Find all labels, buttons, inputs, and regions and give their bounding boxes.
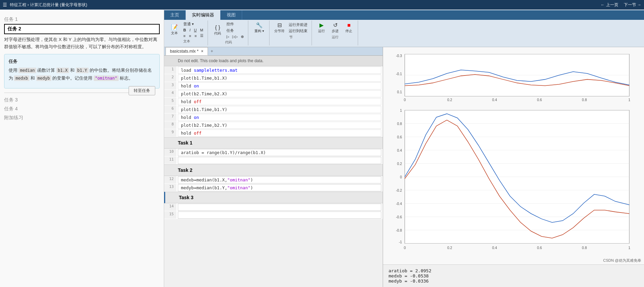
- line-content-13[interactable]: medyb=median(b1.Y,"omitnan"): [178, 184, 381, 191]
- top-bar: ☰ 特征工程 › 计算汇总统计量 (量化字母形状) ← 上一页 下一节 →: [0, 0, 644, 10]
- line-num-14: 14: [164, 203, 176, 211]
- line-num-13: 13: [164, 184, 176, 191]
- code-line-2: 2 plot(b1.Time,b1.X): [164, 74, 383, 82]
- code-line-4: 4 plot(b2.Time,b2.X): [164, 90, 383, 98]
- task1-label: 任务 1: [4, 16, 160, 23]
- line-content-9[interactable]: hold off: [178, 129, 381, 137]
- section-divider: [4, 93, 129, 93]
- prev-page-btn[interactable]: ← 上一页: [601, 2, 618, 8]
- task-btn[interactable]: 任务: [225, 28, 245, 33]
- intro-code-lines: 1 load sampleletters.mat 2 plot(b1.Time,…: [164, 66, 383, 137]
- goto-task-button[interactable]: 转至任务: [129, 86, 155, 95]
- text-icon: 📝: [171, 24, 178, 30]
- kw-on-7: on: [194, 115, 199, 120]
- control-btn[interactable]: 控件: [225, 21, 245, 27]
- insert-icon-btn[interactable]: ⊕: [239, 34, 245, 39]
- svg-text:-0.1: -0.1: [396, 72, 402, 76]
- code-line-14: 14: [164, 203, 383, 211]
- file-tab-basicstats[interactable]: basicstats.mlx * ×: [166, 47, 208, 55]
- section-break-btn[interactable]: ⊟ 分节符: [273, 21, 286, 34]
- code-line-9: 9 hold off: [164, 129, 383, 137]
- code-scroll[interactable]: Do not edit. This code loads and plots t…: [164, 56, 383, 287]
- tab-home[interactable]: 主页: [164, 10, 186, 20]
- stop-icon: ■: [347, 22, 351, 28]
- menu-icon[interactable]: ☰: [3, 2, 7, 8]
- align-left-btn[interactable]: ≡: [182, 33, 187, 38]
- svg-text:-0.8: -0.8: [396, 229, 402, 232]
- ribbon-group-restructure: 🔧 重构 ▾: [249, 20, 270, 45]
- kw-on-3: on: [194, 83, 199, 88]
- task3-code-lines: 14 15: [164, 203, 383, 219]
- line-content-2[interactable]: plot(b1.Time,b1.X): [178, 74, 381, 82]
- task1-section-header: Task 1: [164, 137, 383, 149]
- tab-live-editor[interactable]: 实时编辑器: [186, 10, 221, 20]
- file-tab-add[interactable]: +: [208, 47, 216, 55]
- restructure-btn[interactable]: 🔧 重构 ▾: [253, 21, 265, 34]
- line-content-12[interactable]: medxb=median(b1.X,"omitnan"): [178, 176, 381, 183]
- run-to-end-btn[interactable]: 运行到结束: [287, 28, 309, 34]
- line-num-9: 9: [164, 129, 176, 137]
- next-page-btn[interactable]: 下一节 →: [624, 2, 641, 8]
- line-content-4[interactable]: plot(b2.Time,b2.X): [178, 90, 381, 97]
- line-content-15[interactable]: [178, 211, 381, 219]
- section-break-label: 分节符: [274, 29, 285, 33]
- task2-description: 对字母进行预处理，使其在 X 和 Y 上的均值均为零。与均值相比，中位数对离群值…: [4, 36, 160, 51]
- section-break-icon: ⊟: [277, 22, 282, 28]
- chart-area: -0.3 -0.1 0.1 0 0.2 0.4 0.6 0.8 1: [383, 47, 644, 264]
- list-btn[interactable]: ☰: [199, 33, 205, 38]
- run-icon: ▶: [319, 22, 324, 28]
- svg-text:-0.6: -0.6: [396, 215, 402, 219]
- file-tab-close[interactable]: ×: [201, 49, 203, 54]
- line-content-10[interactable]: aratiob = range(b1.Y)/range(b1.X): [178, 149, 381, 156]
- text-btn[interactable]: 📝 文本: [168, 23, 181, 36]
- ribbon-group-code: { } 代码 控件 任务 ▷ ▷▷ ⊕: [209, 20, 248, 45]
- line-content-1[interactable]: load sampleletters.mat: [178, 67, 381, 74]
- code-line-6: 6 plot(b1.Time,b1.Y): [164, 106, 383, 113]
- code-medxb: medxb: [14, 76, 29, 81]
- run-advance-btn[interactable]: 运行并前进: [287, 22, 309, 28]
- svg-text:0.8: 0.8: [582, 98, 587, 102]
- restructure-icon: 🔧: [256, 22, 263, 28]
- step-btn[interactable]: ↺ 步进: [329, 21, 341, 34]
- style-normal-btn[interactable]: 普通 ▾: [182, 21, 205, 27]
- tab-view[interactable]: 视图: [221, 10, 242, 20]
- run-btn[interactable]: ▶ 运行: [315, 21, 328, 34]
- svg-text:0.2: 0.2: [447, 246, 452, 250]
- line-content-8[interactable]: plot(b2.Time,b2.Y): [178, 122, 381, 129]
- editor-area: basicstats.mlx * × + Do not edit. This c…: [164, 47, 644, 287]
- line-content-11[interactable]: [178, 157, 381, 164]
- task3-label: 任务 3: [4, 97, 160, 103]
- line-content-5[interactable]: hold off: [178, 98, 381, 105]
- line-content-7[interactable]: hold on: [178, 114, 381, 121]
- toolbar: 主页 实时编辑器 视图 📝 文本 普通 ▾: [164, 10, 644, 47]
- run-all-icon-btn[interactable]: ▷▷: [231, 34, 239, 39]
- breadcrumb: 特征工程 › 计算汇总统计量 (量化字母形状): [10, 2, 601, 8]
- step-label: 步进: [332, 29, 339, 33]
- left-panel: 任务 1 任务 2 对字母进行预处理，使其在 X 和 Y 上的均值均为零。与均值…: [0, 10, 164, 287]
- right-panel: 主页 实时编辑器 视图 📝 文本 普通 ▾: [164, 10, 644, 287]
- mono-btn[interactable]: M: [199, 28, 205, 32]
- italic-btn[interactable]: I: [188, 28, 192, 32]
- line-num-15: 15: [164, 211, 176, 219]
- ribbon-text-btns: 📝 文本 普通 ▾ B I U M ≡: [168, 21, 205, 38]
- align-right-btn[interactable]: ≡: [193, 33, 198, 38]
- align-center-btn[interactable]: ≡: [187, 33, 192, 38]
- run-section-icon-btn[interactable]: ▷: [225, 34, 231, 39]
- underline-btn[interactable]: U: [193, 28, 198, 32]
- svg-text:-0.2: -0.2: [396, 189, 402, 192]
- svg-text:0.4: 0.4: [492, 98, 497, 102]
- svg-text:0.2: 0.2: [397, 162, 402, 166]
- line-content-6[interactable]: plot(b1.Time,b1.Y): [178, 106, 381, 113]
- bold-btn[interactable]: B: [182, 28, 187, 32]
- task3-section-header: Task 3: [164, 192, 383, 203]
- step-icon: ↺: [333, 22, 338, 28]
- svg-text:1: 1: [628, 98, 630, 102]
- stop-btn[interactable]: ■ 停止: [343, 22, 355, 34]
- code-btn[interactable]: { } 代码: [211, 24, 224, 37]
- svg-text:0.6: 0.6: [537, 98, 542, 102]
- intro-section-header: Do not edit. This code loads and plots t…: [164, 56, 383, 66]
- svg-text:0.8: 0.8: [397, 122, 402, 126]
- line-content-14[interactable]: [178, 204, 381, 211]
- line-content-3[interactable]: hold on: [178, 82, 381, 90]
- line-num-1: 1: [164, 66, 176, 74]
